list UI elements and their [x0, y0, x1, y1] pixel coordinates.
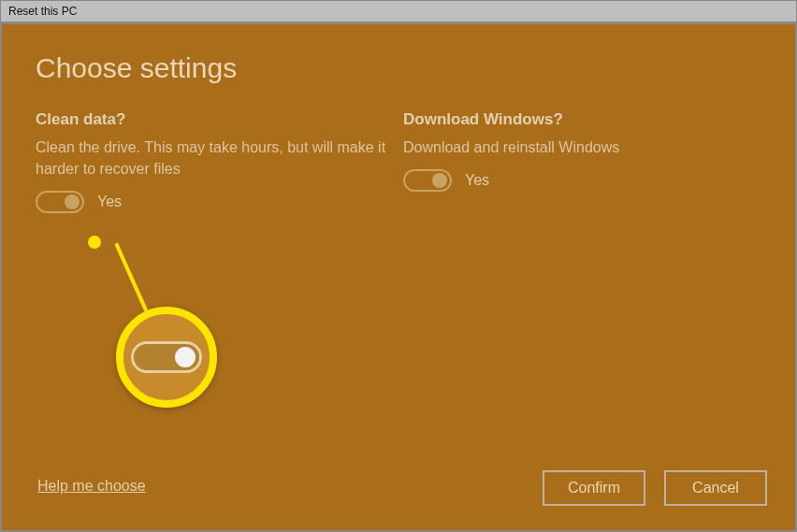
button-row: Confirm Cancel	[543, 470, 767, 506]
callout-line-icon	[114, 242, 167, 354]
titlebar: Reset this PC	[0, 0, 797, 22]
download-windows-toggle-label: Yes	[465, 172, 489, 189]
confirm-button[interactable]: Confirm	[543, 470, 645, 506]
clean-data-desc: Clean the drive. This may take hours, bu…	[36, 137, 391, 180]
help-me-choose-link[interactable]: Help me choose	[37, 478, 146, 495]
dialog-content: Choose settings Clean data? Clean the dr…	[0, 22, 797, 532]
callout-toggle-knob-icon	[175, 347, 196, 367]
options-columns: Clean data? Clean the drive. This may ta…	[36, 110, 761, 213]
callout-toggle-icon	[131, 341, 202, 373]
page-heading: Choose settings	[36, 52, 761, 84]
callout-dot-icon	[88, 236, 101, 249]
download-windows-toggle[interactable]	[403, 169, 452, 192]
download-windows-desc: Download and reinstall Windows	[403, 137, 759, 158]
clean-data-title: Clean data?	[36, 110, 394, 129]
download-windows-title: Download Windows?	[403, 110, 761, 129]
callout-magnifier-icon	[116, 307, 217, 408]
clean-data-toggle-row: Yes	[36, 191, 394, 213]
clean-data-toggle-label: Yes	[97, 194, 122, 210]
window-title: Reset this PC	[8, 5, 77, 18]
download-windows-option: Download Windows? Download and reinstall…	[403, 110, 761, 213]
toggle-knob-icon	[65, 194, 80, 209]
cancel-button[interactable]: Cancel	[664, 470, 767, 506]
clean-data-toggle[interactable]	[36, 191, 84, 213]
clean-data-option: Clean data? Clean the drive. This may ta…	[36, 110, 394, 213]
toggle-knob-icon	[432, 173, 447, 188]
download-windows-toggle-row: Yes	[403, 169, 761, 192]
